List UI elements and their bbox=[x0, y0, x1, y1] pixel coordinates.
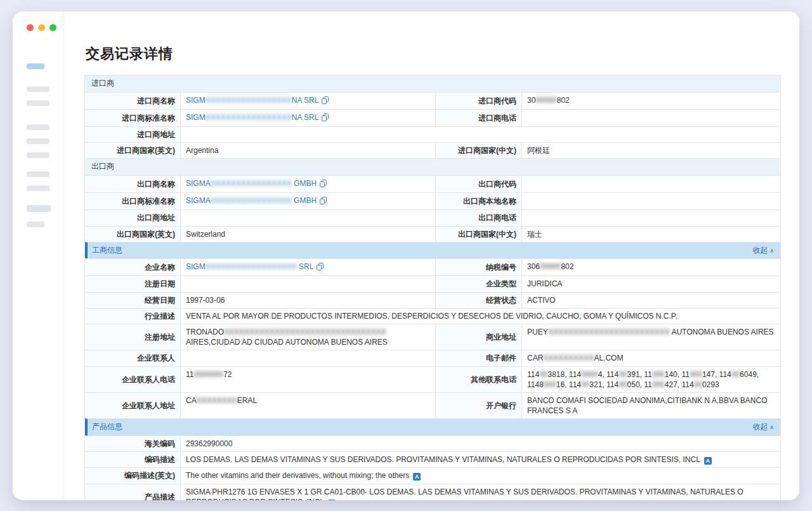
field-value: SIGMXXXXXXXXXXXXXXXXXNA SRL bbox=[180, 93, 435, 109]
redacted-text: 000 bbox=[652, 370, 665, 379]
field-value: SIGMAXXXXXXXXXXXXXXXX GMBH bbox=[180, 176, 435, 192]
table-row: 注册地址TRONADOXXXXXXXXXXXXXXXXXXXXXXXXXXXXX… bbox=[85, 324, 780, 350]
copy-icon[interactable] bbox=[320, 197, 327, 207]
collapse-toggle[interactable]: 收起∧ bbox=[752, 422, 774, 432]
redacted-text: 00 bbox=[619, 380, 627, 389]
copy-icon[interactable] bbox=[320, 180, 327, 190]
table-row: 海关编码29362990000 bbox=[85, 435, 780, 451]
value-text: NA SRL bbox=[292, 96, 319, 105]
translate-icon[interactable]: A bbox=[704, 457, 712, 465]
redacted-text: XXXXXXXXXX bbox=[543, 354, 594, 362]
redacted-text: 00 bbox=[619, 370, 627, 379]
value-text: ERAL bbox=[237, 396, 257, 405]
sidebar bbox=[27, 11, 65, 500]
value-text: 147, 114 bbox=[702, 370, 731, 379]
value-text: ACTIVO bbox=[527, 296, 556, 305]
table-row: 注册日期企业类型JURIDICA bbox=[85, 275, 780, 291]
field-label: 经营日期 bbox=[85, 293, 180, 308]
copy-icon[interactable] bbox=[317, 263, 324, 273]
field-value bbox=[521, 210, 780, 225]
value-text: SIGM bbox=[186, 113, 206, 122]
field-value bbox=[521, 193, 780, 209]
field-label: 出口商本地名称 bbox=[435, 193, 521, 209]
field-value: CARXXXXXXXXXXAL.COM bbox=[521, 350, 780, 366]
table-row: 企业联系人电话11000000072其他联系电话114003818, 11400… bbox=[85, 366, 780, 392]
redacted-text: XXXXXXXXXXXXXXXXX bbox=[206, 113, 292, 122]
redacted-text: 00 bbox=[581, 380, 589, 389]
field-value: 瑞士 bbox=[521, 227, 780, 242]
redacted-text: 00000 bbox=[535, 96, 556, 105]
detail-table: 进口商进口商名称SIGMXXXXXXXXXXXXXXXXXNA SRL进口商代码… bbox=[84, 75, 781, 500]
value-text: BANCO COMAFI SOCIEDAD ANONIMA,CITIBANK N… bbox=[527, 396, 768, 415]
value-text: 802 bbox=[557, 96, 570, 105]
field-value: JURIDICA bbox=[521, 276, 780, 291]
field-value: TRONADOXXXXXXXXXXXXXXXXXXXXXXXXXXXXXXXX … bbox=[180, 324, 435, 350]
redacted-text: 00 bbox=[539, 370, 547, 379]
field-value: 30600000802 bbox=[521, 259, 780, 275]
redacted-text: 00000 bbox=[540, 262, 561, 271]
table-row: 经营日期1997-03-06经营状态ACTIVO bbox=[85, 292, 780, 308]
value-text: 321, 114 bbox=[589, 380, 619, 389]
redacted-text: XXXXXXXXXXXXXXXXXX bbox=[206, 262, 297, 271]
value-text: 802 bbox=[561, 262, 573, 271]
value-text: 391, 11 bbox=[627, 370, 652, 379]
field-value bbox=[180, 276, 435, 291]
main-content: 交易记录详情 进口商进口商名称SIGMXXXXXXXXXXXXXXXXXNA S… bbox=[63, 11, 799, 500]
redacted-text: 0000 bbox=[581, 370, 598, 379]
section-header: 工商信息收起∧ bbox=[85, 242, 780, 259]
sidebar-skeleton-bar bbox=[27, 222, 44, 227]
redacted-text: 00 bbox=[694, 380, 702, 389]
field-label: 企业联系人电话 bbox=[85, 367, 180, 392]
field-label: 注册地址 bbox=[85, 324, 180, 350]
field-label: 出口商国家(中文) bbox=[435, 227, 521, 242]
value-text: 阿根廷 bbox=[527, 146, 550, 155]
field-label: 行业描述 bbox=[85, 309, 180, 324]
copy-icon[interactable] bbox=[322, 114, 329, 124]
field-value: BANCO COMAFI SOCIEDAD ANONIMA,CITIBANK N… bbox=[521, 393, 780, 418]
value-text: AIRES,CIUDAD AD CIUDAD AUTONOMA BUENOS A… bbox=[186, 338, 388, 347]
translate-icon[interactable]: A bbox=[328, 500, 336, 500]
value-text: Argentina bbox=[186, 146, 218, 155]
company-link[interactable]: SIGMAXXXXXXXXXXXXXXXX GMBH bbox=[186, 196, 317, 205]
field-label: 出口商国家(英文) bbox=[85, 227, 180, 242]
sidebar-skeleton-bar bbox=[27, 205, 51, 212]
copy-icon[interactable] bbox=[322, 96, 329, 107]
browser-window: 交易记录详情 进口商进口商名称SIGMXXXXXXXXXXXXXXXXXNA S… bbox=[13, 11, 799, 500]
value-text: SRL bbox=[297, 262, 314, 271]
field-value: SIGMXXXXXXXXXXXXXXXXXX SRL bbox=[180, 259, 435, 275]
field-label: 注册日期 bbox=[85, 276, 180, 291]
translate-icon[interactable]: A bbox=[413, 473, 421, 481]
field-value: SIGMXXXXXXXXXXXXXXXXXNA SRL bbox=[180, 110, 435, 126]
redacted-text: XXXXXXXXXXXXXXXXXXXXXXXX bbox=[548, 328, 670, 336]
table-row: 出口商标准名称SIGMAXXXXXXXXXXXXXXXX GMBH出口商本地名称 bbox=[85, 192, 780, 209]
field-label: 编码描述(英文) bbox=[85, 468, 180, 483]
section-title: 出口商 bbox=[91, 162, 114, 171]
company-link[interactable]: SIGMXXXXXXXXXXXXXXXXXX SRL bbox=[186, 262, 313, 271]
value-text: SIGMA PHR1276 1G ENVASES X 1 GR CA01-CB0… bbox=[186, 488, 743, 501]
value-text: 427, 114 bbox=[665, 380, 694, 389]
field-value: PUEYXXXXXXXXXXXXXXXXXXXXXXXX AUTONOMA BU… bbox=[521, 324, 780, 350]
section-title: 产品信息 bbox=[92, 422, 122, 432]
company-link[interactable]: SIGMAXXXXXXXXXXXXXXXX GMBH bbox=[186, 179, 317, 188]
field-label: 其他联系电话 bbox=[435, 367, 521, 392]
field-label: 进口商国家(英文) bbox=[85, 143, 180, 158]
field-value: 11000000072 bbox=[180, 367, 435, 392]
collapse-toggle[interactable]: 收起∧ bbox=[752, 246, 774, 256]
field-value: ACTIVO bbox=[521, 293, 780, 308]
field-label: 海关编码 bbox=[85, 436, 180, 451]
value-text: 306 bbox=[527, 262, 540, 271]
field-value: 29362990000 bbox=[180, 436, 780, 451]
company-link[interactable]: SIGMXXXXXXXXXXXXXXXXXNA SRL bbox=[186, 96, 318, 105]
value-text: SIGMA bbox=[186, 179, 211, 188]
value-text: 16, 114 bbox=[556, 380, 581, 389]
field-value: 阿根廷 bbox=[521, 143, 780, 158]
company-link[interactable]: SIGMXXXXXXXXXXXXXXXXXNA SRL bbox=[186, 113, 318, 122]
sidebar-skeleton-bar bbox=[27, 138, 49, 144]
field-value bbox=[521, 176, 780, 192]
table-row: 编码描述(英文)The other vitamins and their der… bbox=[85, 467, 780, 483]
field-label: 企业名称 bbox=[85, 259, 180, 275]
collapse-label: 收起 bbox=[752, 422, 768, 431]
value-text: 1997-03-06 bbox=[186, 296, 225, 305]
field-value: CAXXXXXXXXERAL bbox=[180, 393, 435, 418]
field-value: The other vitamins and their derivatives… bbox=[180, 468, 780, 483]
